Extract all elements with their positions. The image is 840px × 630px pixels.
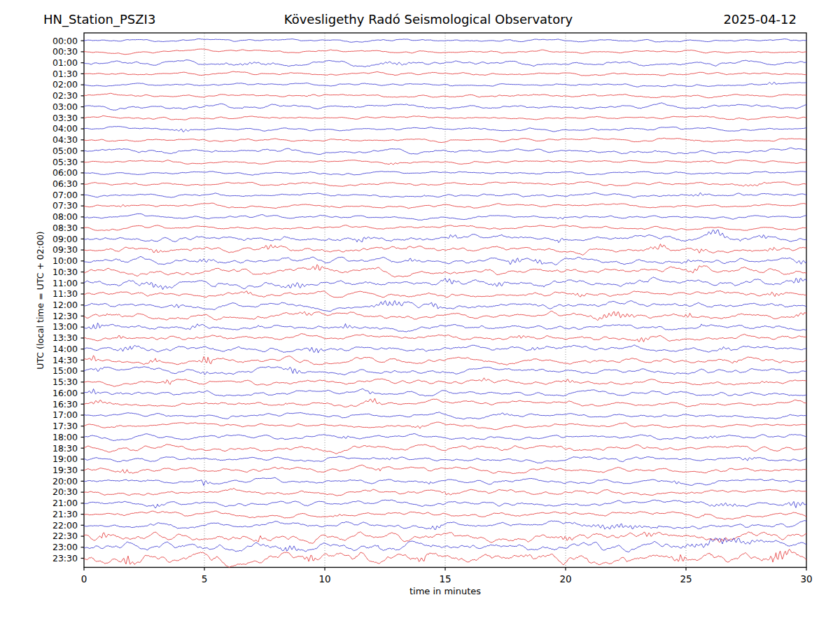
y-tick-label: 05:00 [52, 146, 78, 156]
trace-0000 [84, 39, 806, 43]
trace-0300 [84, 103, 806, 111]
trace-1400 [84, 345, 806, 353]
y-tick-label: 00:00 [52, 36, 78, 46]
x-tick-label: 15 [439, 573, 451, 584]
trace-1130 [84, 290, 806, 297]
y-tick-label: 21:30 [52, 509, 78, 519]
y-tick-label: 19:00 [52, 454, 78, 464]
trace-2330 [84, 550, 806, 568]
y-tick-label: 09:30 [52, 244, 78, 255]
y-tick-label: 11:30 [52, 288, 78, 299]
x-tick-label: 10 [318, 573, 330, 584]
y-tick-label: 09:00 [52, 234, 78, 244]
trace-2230 [84, 532, 806, 544]
y-tick-label: 06:00 [52, 167, 78, 178]
y-tick-label: 21:00 [52, 498, 78, 508]
trace-1500 [84, 367, 806, 375]
x-tick-label: 0 [81, 573, 88, 584]
y-tick-label: 17:00 [52, 410, 78, 420]
x-tick-label: 25 [680, 573, 692, 584]
y-tick-label: 15:00 [52, 365, 78, 376]
seismogram-plot: 05101520253000:0000:3001:0001:3002:0002:… [0, 0, 840, 630]
y-tick-label: 11:00 [52, 278, 78, 288]
y-tick-label: 18:00 [52, 432, 78, 442]
y-tick-label: 03:30 [52, 113, 78, 123]
y-tick-label: 14:00 [52, 344, 78, 354]
y-tick-label: 04:00 [52, 123, 78, 134]
y-tick-label: 02:00 [52, 79, 78, 90]
y-tick-label: 01:00 [52, 57, 78, 68]
y-tick-label: 01:30 [52, 69, 78, 79]
y-tick-label: 16:30 [52, 399, 78, 410]
y-tick-label: 13:30 [52, 332, 78, 343]
y-tick-label: 17:30 [52, 421, 78, 431]
y-tick-label: 15:30 [52, 377, 78, 387]
y-tick-label: 06:30 [52, 178, 78, 189]
trace-0430 [84, 138, 806, 143]
y-tick-label: 05:30 [52, 157, 78, 167]
y-tick-label: 10:30 [52, 267, 78, 277]
y-tick-label: 08:00 [52, 211, 78, 222]
y-tick-label: 18:30 [52, 443, 78, 454]
y-tick-label: 20:00 [52, 476, 78, 486]
y-tick-label: 03:00 [52, 102, 78, 112]
x-tick-label: 5 [202, 573, 208, 584]
trace-2300 [84, 538, 806, 552]
y-tick-label: 12:00 [52, 300, 78, 310]
y-tick-label: 07:30 [52, 200, 78, 211]
trace-1230 [84, 311, 806, 320]
y-tick-label: 08:30 [52, 223, 78, 233]
y-tick-label: 23:30 [52, 553, 78, 564]
y-tick-label: 14:30 [52, 355, 78, 365]
seismogram-figure: HN_Station_PSZI3 Kövesligethy Radó Seism… [0, 0, 840, 630]
x-tick-label: 20 [559, 573, 571, 584]
x-tick-label: 30 [800, 573, 812, 584]
trace-0030 [84, 49, 806, 55]
trace-0400 [84, 127, 806, 132]
y-tick-label: 19:30 [52, 465, 78, 475]
y-tick-label: 00:30 [52, 46, 78, 57]
y-tick-label: 22:30 [52, 531, 78, 541]
y-tick-label: 23:00 [52, 542, 78, 552]
trace-2130 [84, 511, 806, 519]
y-tick-label: 04:30 [52, 134, 78, 145]
y-tick-label: 16:00 [52, 388, 78, 398]
y-tick-label: 07:00 [52, 190, 78, 200]
trace-1600 [84, 388, 806, 396]
y-tick-label: 22:00 [52, 520, 78, 531]
trace-1800 [84, 434, 806, 441]
y-tick-label: 13:00 [52, 321, 78, 332]
y-tick-label: 20:30 [52, 486, 78, 497]
y-tick-label: 02:30 [52, 90, 78, 101]
y-tick-label: 10:00 [52, 255, 78, 266]
trace-1200 [84, 300, 806, 311]
y-tick-label: 12:30 [52, 311, 78, 321]
